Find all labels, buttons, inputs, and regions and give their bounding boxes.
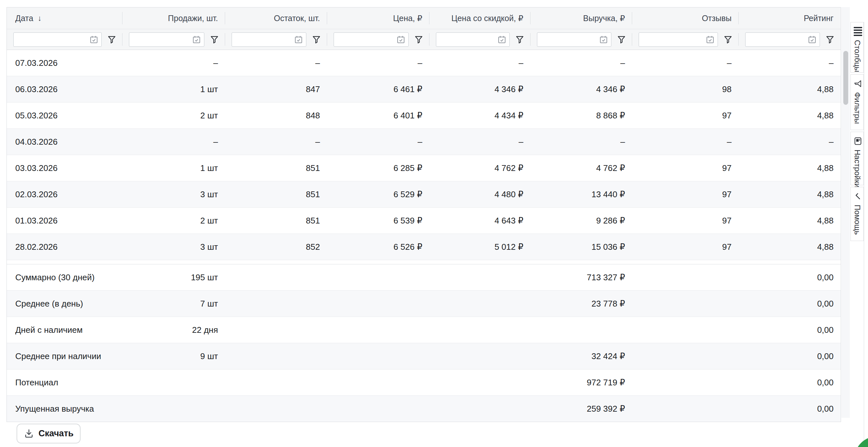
sidebar-tab-3[interactable]: Настройки [850,132,864,185]
table-cell [327,343,430,369]
table-cell: – [739,129,841,155]
table-cell [632,370,739,396]
calendar-icon[interactable] [192,35,201,44]
table-header-row: Дата ↓ Продажи, шт. ↓ Остаток, шт. ↓ Цен… [7,7,841,29]
table-cell: – [327,129,430,155]
table-cell [430,290,530,317]
vertical-scrollbar-track[interactable] [841,7,850,418]
table-cell: – [327,50,430,76]
column-header[interactable]: Цена, ₽ ↓ [327,7,430,29]
table-cell: – [530,50,632,76]
column-header-label: Цена со скидкой, ₽ [451,13,523,23]
table-cell: – [225,129,327,155]
filter-funnel-icon[interactable] [515,35,525,44]
table-cell: 9 286 ₽ [530,208,632,234]
summary-row[interactable]: Среднее (в день)7 шт23 778 ₽0,00 [7,290,841,317]
summary-row[interactable]: Суммарно (30 дней)195 шт713 327 ₽0,00 [7,264,841,290]
filter-funnel-icon[interactable] [107,35,117,44]
table-cell [225,343,327,369]
table-cell [225,290,327,317]
table-cell: 4 762 ₽ [530,155,632,181]
filter-icon [854,79,863,88]
table-cell: 848 [225,103,327,129]
table-cell [632,264,739,290]
table-cell [327,317,430,343]
filter-funnel-icon[interactable] [210,35,219,44]
table-cell: 97 [632,234,739,260]
table-row[interactable]: 01.03.20262 шт8516 539 ₽4 643 ₽9 286 ₽97… [7,208,841,234]
table-cell [327,396,430,422]
table-cell: 6 461 ₽ [327,76,430,102]
table-row[interactable]: 03.03.20261 шт8516 285 ₽4 762 ₽4 762 ₽97… [7,155,841,181]
table-cell: 2 шт [122,103,225,129]
table-cell: 5 012 ₽ [430,234,530,260]
calendar-icon[interactable] [89,35,98,44]
column-header[interactable]: Отзывы ↓ [632,7,739,29]
table-cell: – [430,129,530,155]
table-row[interactable]: 02.03.20263 шт8516 529 ₽4 480 ₽13 440 ₽9… [7,181,841,208]
sort-desc-icon[interactable]: ↓ [38,13,41,23]
column-filter-cell [327,29,430,49]
filter-funnel-icon[interactable] [312,35,321,44]
column-header[interactable]: Продажи, шт. ↓ [122,7,225,29]
column-header[interactable]: Рейтинг ↓ [739,7,841,29]
table-row[interactable]: 05.03.20262 шт8486 401 ₽4 434 ₽8 868 ₽97… [7,103,841,129]
table-cell: 04.03.2026 [7,129,122,155]
column-filter-cell [430,29,530,49]
table-cell: – [122,129,225,155]
column-header-label: Остаток, шт. [274,13,320,23]
table-cell: 22 дня [122,317,225,343]
table-cell: 852 [225,234,327,260]
column-filter-cell [739,29,841,49]
column-header[interactable]: Дата ↓ [7,7,122,29]
filter-funnel-icon[interactable] [617,35,626,44]
chat-fab-partial[interactable] [855,436,868,447]
column-header[interactable]: Остаток, шт. ↓ [225,7,327,29]
table-cell: 851 [225,155,327,181]
summary-row[interactable]: Среднее при наличии9 шт32 424 ₽0,00 [7,343,841,370]
table-cell: 23 778 ₽ [530,290,632,317]
column-header[interactable]: Выручка, ₽ ↓ [530,7,632,29]
calendar-icon[interactable] [706,35,715,44]
table-cell: 6 539 ₽ [327,208,430,234]
table-cell: 8 868 ₽ [530,103,632,129]
table-cell: Дней с наличием [7,317,122,343]
table-cell: 4 346 ₽ [530,76,632,102]
sidebar-tab-1[interactable]: Столбцы [850,22,864,73]
summary-divider [7,260,841,264]
summary-row[interactable]: Упущенная выручка259 392 ₽0,00 [7,396,841,422]
date-filter-input[interactable] [13,32,102,47]
download-label: Скачать [39,428,74,439]
table-cell: 4 643 ₽ [430,208,530,234]
table-cell: 05.03.2026 [7,103,122,129]
table-cell: 851 [225,181,327,207]
table-cell: 3 шт [122,234,225,260]
table-cell: 0,00 [739,343,841,369]
table-cell: 0,00 [739,264,841,290]
column-header-label: Отзывы [702,13,732,23]
table-row[interactable]: 06.03.20261 шт8476 461 ₽4 346 ₽4 346 ₽98… [7,76,841,103]
filter-funnel-icon[interactable] [414,35,424,44]
table-cell [122,396,225,422]
sidebar-tab-4[interactable]: Помощь [850,187,864,241]
calendar-icon[interactable] [396,35,405,44]
column-header[interactable]: Цена со скидкой, ₽ ↓ [430,7,530,29]
table-cell: 0,00 [739,396,841,422]
calendar-icon[interactable] [497,35,506,44]
filter-funnel-icon[interactable] [723,35,733,44]
filter-funnel-icon[interactable] [825,35,835,44]
summary-row[interactable]: Потенциал972 719 ₽0,00 [7,370,841,396]
table-row[interactable]: 07.03.2026––––––– [7,50,841,76]
download-button[interactable]: Скачать [17,424,81,443]
table-cell: – [739,50,841,76]
table-cell [430,317,530,343]
calendar-icon[interactable] [808,35,817,44]
sidebar-tab-2[interactable]: Фильтры [850,74,864,130]
table-row[interactable]: 28.02.20263 шт8526 526 ₽5 012 ₽15 036 ₽9… [7,234,841,260]
calendar-icon[interactable] [599,35,608,44]
table-cell: – [225,50,327,76]
vertical-scrollbar-thumb[interactable] [843,51,848,105]
summary-row[interactable]: Дней с наличием22 дня0,00 [7,317,841,343]
table-row[interactable]: 04.03.2026––––––– [7,129,841,155]
calendar-icon[interactable] [294,35,303,44]
